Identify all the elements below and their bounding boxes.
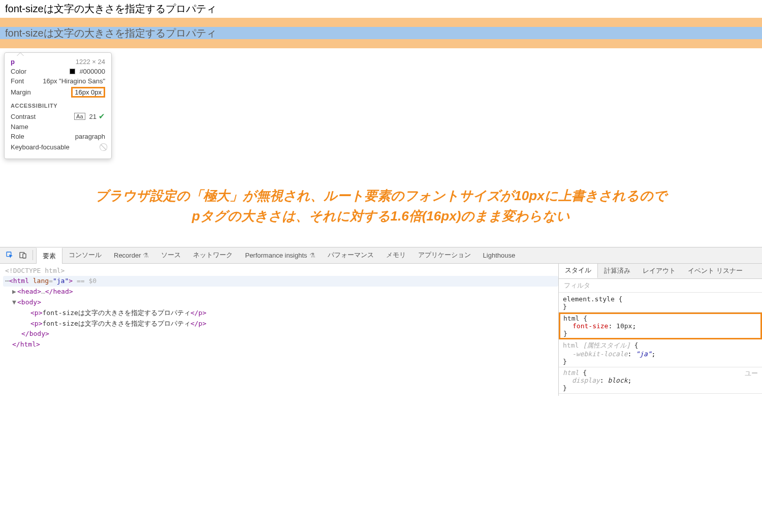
tab-performance[interactable]: パフォーマンス <box>322 247 380 263</box>
styles-tab-layout[interactable]: レイアウト <box>637 264 682 278</box>
tab-sources[interactable]: ソース <box>155 247 187 263</box>
tooltip-tag: p <box>11 58 15 66</box>
tooltip-focusable-label: Keyboard-focusable <box>11 143 70 151</box>
tooltip-color-value: #000000 <box>79 68 105 75</box>
device-toggle-icon[interactable] <box>16 248 29 262</box>
devtools-tab-bar: 要素 コンソール Recorder⚗ ソース ネットワーク Performanc… <box>0 247 762 264</box>
tab-recorder[interactable]: Recorder⚗ <box>108 247 155 263</box>
style-rule-element[interactable]: element.style { } <box>559 294 762 312</box>
element-inspect-tooltip: p 1222 × 24 Color #000000 Font 16px "Hir… <box>4 52 112 159</box>
annotation-text: ブラウザ設定の「極大」が無視され、ルート要素のフォントサイズが10pxに上書きさ… <box>0 185 762 227</box>
inspect-icon[interactable] <box>3 248 16 262</box>
tooltip-dimensions: 1222 × 24 <box>76 58 105 66</box>
style-rule-html-fontsize[interactable]: html { font-size: 10px; } <box>559 312 762 339</box>
devtools-panel: 要素 コンソール Recorder⚗ ソース ネットワーク Performanc… <box>0 247 762 396</box>
contrast-aa-icon: Aa <box>74 113 85 120</box>
dom-node-p1[interactable]: <p>font-sizeは文字の大きさを指定するプロパティ</p> <box>3 308 558 319</box>
styles-tab-styles[interactable]: スタイル <box>559 264 598 278</box>
rendered-paragraph-2-highlight: font-sizeは文字の大きさを指定するプロパティ <box>0 27 762 39</box>
style-rule-html-locale[interactable]: html [属性スタイル] { -webkit-locale: "ja"; } <box>559 339 762 367</box>
dom-node-head[interactable]: ▶<head>…</head> <box>3 287 558 297</box>
tooltip-contrast-label: Contrast <box>11 113 36 120</box>
svg-rect-2 <box>23 254 26 258</box>
check-icon: ✔ <box>99 112 105 121</box>
tab-network[interactable]: ネットワーク <box>187 247 239 263</box>
tooltip-font-label: Font <box>11 77 24 85</box>
tab-application[interactable]: アプリケーション <box>412 247 477 263</box>
tooltip-accessibility-header: ACCESSIBILITY <box>11 103 105 109</box>
margin-overlay-bottom <box>0 39 762 48</box>
tab-memory[interactable]: メモリ <box>380 247 412 263</box>
flask-icon: ⚗ <box>309 252 315 259</box>
tab-lighthouse[interactable]: Lighthouse <box>477 247 522 263</box>
style-rule-html-display[interactable]: ユー html { display: block; } <box>559 367 762 394</box>
tooltip-role-value: paragraph <box>75 133 105 140</box>
margin-overlay-top <box>0 18 762 27</box>
tooltip-font-value: 16px "Hiragino Sans" <box>43 77 105 85</box>
tab-console[interactable]: コンソール <box>62 247 108 263</box>
tooltip-role-label: Role <box>11 133 24 140</box>
dom-node-html[interactable]: ⋯<html lang="ja"> == $0 <box>3 276 558 287</box>
styles-tab-computed[interactable]: 計算済み <box>598 264 637 278</box>
expand-icon[interactable]: ▶ <box>12 287 17 297</box>
color-swatch-icon <box>70 69 75 74</box>
flask-icon: ⚗ <box>143 252 149 259</box>
rendered-paragraph-1: font-sizeは文字の大きさを指定するプロパティ <box>0 0 762 18</box>
dom-node-body-close[interactable]: </body> <box>3 329 558 339</box>
rule-origin: ユー <box>745 369 758 378</box>
tooltip-color-label: Color <box>11 68 26 75</box>
dom-tree[interactable]: <!DOCTYPE html> ⋯<html lang="ja"> == $0 … <box>0 264 559 396</box>
styles-filter-input[interactable]: フィルタ <box>559 279 762 293</box>
styles-pane: スタイル 計算済み レイアウト イベント リスナー フィルタ element.s… <box>559 264 762 396</box>
dom-node-body[interactable]: ▼<body> <box>3 297 558 308</box>
tab-elements[interactable]: 要素 <box>36 247 62 264</box>
collapse-icon[interactable]: ▼ <box>12 297 17 308</box>
dom-node-html-close[interactable]: </html> <box>3 339 558 350</box>
tooltip-name-label: Name <box>11 123 28 131</box>
tooltip-margin-value: 16px 0px <box>71 87 105 98</box>
dom-doctype: <!DOCTYPE html> <box>5 267 65 274</box>
tooltip-contrast-value: 21 <box>89 113 97 120</box>
tooltip-margin-label: Margin <box>11 88 31 96</box>
tab-performance-insights[interactable]: Performance insights⚗ <box>239 247 321 263</box>
dom-node-p2[interactable]: <p>font-sizeは文字の大きさを指定するプロパティ</p> <box>3 319 558 329</box>
ellipsis-icon[interactable]: ⋯ <box>5 277 9 285</box>
styles-tab-listeners[interactable]: イベント リスナー <box>682 264 749 278</box>
